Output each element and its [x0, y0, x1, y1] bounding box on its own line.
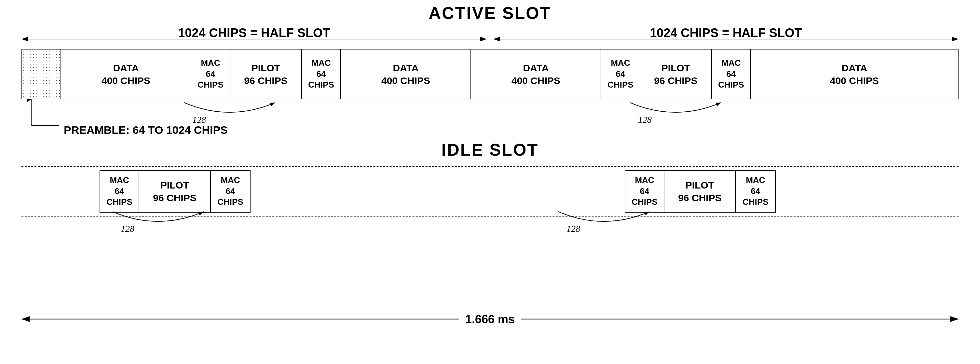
pilot-96-cell-1: PILOT96 CHIPS	[231, 49, 302, 99]
idle-pilot-96-right: PILOT96 CHIPS	[664, 171, 736, 212]
idle-group-right: MAC64CHIPS PILOT96 CHIPS MAC64CHIPS	[625, 170, 776, 212]
mac-64-cell-4: MAC64CHIPS	[712, 49, 751, 99]
mac-64-cell-3: MAC64CHIPS	[601, 49, 640, 99]
data-400-cell-2: DATA400 CHIPS	[341, 49, 471, 99]
idle-mac-64-left-2: MAC64CHIPS	[211, 171, 250, 212]
measurement-label: 1.666 ms	[459, 313, 521, 326]
idle-pilot-96-left: PILOT96 CHIPS	[139, 171, 211, 212]
mac-64-cell-1: MAC64CHIPS	[191, 49, 231, 99]
data-400-cell-1: DATA400 CHIPS	[61, 49, 191, 99]
svg-text:128: 128	[121, 224, 134, 234]
idle-mac-64-right-2: MAC64CHIPS	[736, 171, 775, 212]
svg-text:128: 128	[638, 115, 652, 125]
svg-text:128: 128	[566, 224, 580, 234]
idle-mac-64-right-1: MAC64CHIPS	[625, 171, 664, 212]
svg-text:128: 128	[192, 115, 206, 125]
preamble-cell	[22, 49, 61, 99]
pilot-96-cell-2: PILOT96 CHIPS	[640, 49, 712, 99]
mac-64-cell-2: MAC64CHIPS	[302, 49, 341, 99]
idle-mac-64-left-1: MAC64CHIPS	[100, 171, 139, 212]
idle-slot-title: IDLE SLOT	[442, 140, 539, 159]
active-slot-title: ACTIVE SLOT	[429, 3, 552, 22]
data-400-cell-3: DATA400 CHIPS	[471, 49, 601, 99]
data-400-cell-4: DATA400 CHIPS	[751, 49, 958, 99]
idle-group-left: MAC64CHIPS PILOT96 CHIPS MAC64CHIPS	[100, 170, 251, 212]
preamble-label: PREAMBLE: 64 TO 1024 CHIPS	[64, 124, 228, 136]
